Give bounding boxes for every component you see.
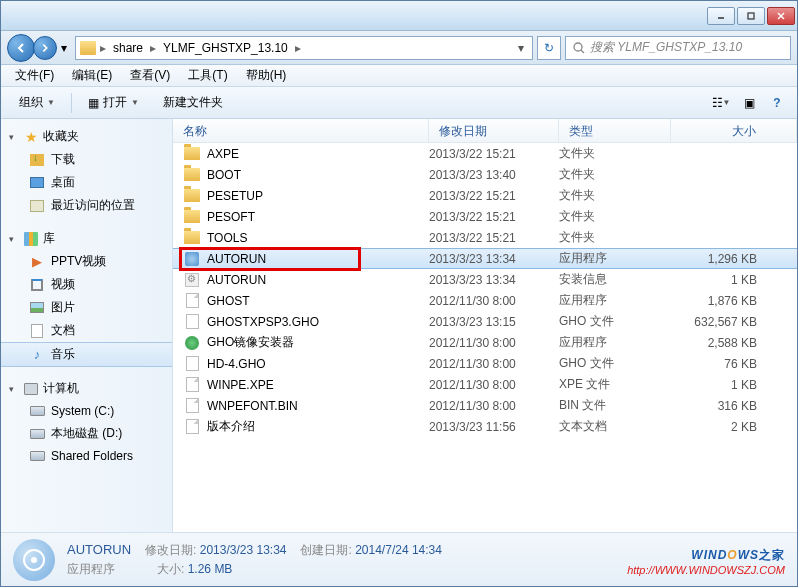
collapse-icon: ▾ xyxy=(9,132,19,142)
open-button[interactable]: ▦ 打开 ▼ xyxy=(78,90,149,115)
file-name: AUTORUN xyxy=(207,273,429,287)
file-list: 名称 修改日期 类型 大小 AXPE2013/3/22 15:21文件夹BOOT… xyxy=(173,119,797,532)
minimize-button[interactable] xyxy=(707,7,735,25)
file-date: 2013/3/22 15:21 xyxy=(429,147,559,161)
search-icon xyxy=(572,41,586,55)
sidebar-pictures[interactable]: 图片 xyxy=(1,296,172,319)
sidebar-videos[interactable]: 视频 xyxy=(1,273,172,296)
file-type: GHO 文件 xyxy=(559,313,671,330)
file-date: 2013/3/23 13:40 xyxy=(429,168,559,182)
details-pane: AUTORUN 修改日期: 2013/3/23 13:34 创建日期: 2014… xyxy=(1,532,797,586)
favorites-header[interactable]: ▾ ★ 收藏夹 xyxy=(1,125,172,148)
help-button[interactable]: ? xyxy=(765,91,789,115)
collapse-icon: ▾ xyxy=(9,384,19,394)
file-row[interactable]: WNPEFONT.BIN2012/11/30 8:00BIN 文件316 KB xyxy=(173,395,797,416)
address-dropdown[interactable]: ▾ xyxy=(514,41,528,55)
file-type: 应用程序 xyxy=(559,250,671,267)
column-size[interactable]: 大小 xyxy=(671,119,797,142)
search-box[interactable]: 搜索 YLMF_GHSTXP_13.10 xyxy=(565,36,791,60)
sidebar-documents[interactable]: 文档 xyxy=(1,319,172,342)
file-type: 文本文档 xyxy=(559,418,671,435)
maximize-button[interactable] xyxy=(737,7,765,25)
file-row[interactable]: AUTORUN2013/3/23 13:34应用程序1,296 KB xyxy=(173,248,797,269)
file-row[interactable]: PESOFT2013/3/22 15:21文件夹 xyxy=(173,206,797,227)
menu-file[interactable]: 文件(F) xyxy=(7,64,62,87)
file-icon xyxy=(183,335,201,351)
file-icon xyxy=(183,230,201,246)
column-type[interactable]: 类型 xyxy=(559,119,671,142)
new-folder-button[interactable]: 新建文件夹 xyxy=(153,90,233,115)
file-size: 2 KB xyxy=(671,420,797,434)
file-icon xyxy=(183,419,201,435)
details-text: AUTORUN 修改日期: 2013/3/23 13:34 创建日期: 2014… xyxy=(67,542,442,578)
sidebar-desktop[interactable]: 桌面 xyxy=(1,171,172,194)
sidebar-recent[interactable]: 最近访问的位置 xyxy=(1,194,172,217)
file-row[interactable]: GHOST2012/11/30 8:00应用程序1,876 KB xyxy=(173,290,797,311)
drive-icon xyxy=(30,451,45,461)
file-type: 文件夹 xyxy=(559,145,671,162)
file-name: GHOST xyxy=(207,294,429,308)
libraries-header[interactable]: ▾ 库 xyxy=(1,227,172,250)
breadcrumb-current[interactable]: YLMF_GHSTXP_13.10 xyxy=(160,39,291,57)
file-name: BOOT xyxy=(207,168,429,182)
file-row[interactable]: GHO镜像安装器2012/11/30 8:00应用程序2,588 KB xyxy=(173,332,797,353)
svg-point-4 xyxy=(574,43,582,51)
drive-icon xyxy=(30,429,45,439)
refresh-button[interactable]: ↻ xyxy=(537,36,561,60)
view-options-button[interactable]: ☷ ▼ xyxy=(709,91,733,115)
back-button[interactable] xyxy=(7,34,35,62)
file-row[interactable]: WINPE.XPE2012/11/30 8:00XPE 文件1 KB xyxy=(173,374,797,395)
file-row[interactable]: 版本介绍2013/3/23 11:56文本文档2 KB xyxy=(173,416,797,437)
column-name[interactable]: 名称 xyxy=(173,119,429,142)
file-row[interactable]: GHOSTXPSP3.GHO2013/3/23 13:15GHO 文件632,5… xyxy=(173,311,797,332)
svg-point-7 xyxy=(31,557,37,563)
sidebar-shared-folders[interactable]: Shared Folders xyxy=(1,445,172,467)
file-rows: AXPE2013/3/22 15:21文件夹BOOT2013/3/23 13:4… xyxy=(173,143,797,532)
column-date[interactable]: 修改日期 xyxy=(429,119,559,142)
sidebar-drive-d[interactable]: 本地磁盘 (D:) xyxy=(1,422,172,445)
forward-button[interactable] xyxy=(33,36,57,60)
file-row[interactable]: HD-4.GHO2012/11/30 8:00GHO 文件76 KB xyxy=(173,353,797,374)
file-type: GHO 文件 xyxy=(559,355,671,372)
menu-help[interactable]: 帮助(H) xyxy=(238,64,295,87)
recent-icon xyxy=(30,200,44,212)
file-name: GHO镜像安装器 xyxy=(207,334,429,351)
file-row[interactable]: AUTORUN2013/3/23 13:34安装信息1 KB xyxy=(173,269,797,290)
file-date: 2012/11/30 8:00 xyxy=(429,399,559,413)
file-row[interactable]: BOOT2013/3/23 13:40文件夹 xyxy=(173,164,797,185)
file-type: 文件夹 xyxy=(559,166,671,183)
computer-header[interactable]: ▾ 计算机 xyxy=(1,377,172,400)
sidebar-downloads[interactable]: 下载 xyxy=(1,148,172,171)
file-row[interactable]: TOOLS2013/3/22 15:21文件夹 xyxy=(173,227,797,248)
close-button[interactable] xyxy=(767,7,795,25)
file-icon xyxy=(183,377,201,393)
organize-button[interactable]: 组织 ▼ xyxy=(9,90,65,115)
menu-edit[interactable]: 编辑(E) xyxy=(64,64,120,87)
file-date: 2012/11/30 8:00 xyxy=(429,294,559,308)
favorites-group: ▾ ★ 收藏夹 下载 桌面 最近访问的位置 xyxy=(1,125,172,217)
sidebar-music[interactable]: ♪音乐 xyxy=(1,342,172,367)
nav-history-dropdown[interactable]: ▾ xyxy=(57,36,71,60)
file-type: 应用程序 xyxy=(559,334,671,351)
file-row[interactable]: PESETUP2013/3/22 15:21文件夹 xyxy=(173,185,797,206)
preview-pane-button[interactable]: ▣ xyxy=(737,91,761,115)
file-name: 版本介绍 xyxy=(207,418,429,435)
toolbar-right: ☷ ▼ ▣ ? xyxy=(709,91,789,115)
file-icon xyxy=(183,188,201,204)
address-row: ▾ ▸ share ▸ YLMF_GHSTXP_13.10 ▸ ▾ ↻ 搜索 Y… xyxy=(1,31,797,65)
sidebar-drive-c[interactable]: System (C:) xyxy=(1,400,172,422)
file-icon xyxy=(183,293,201,309)
file-size: 1 KB xyxy=(671,378,797,392)
menu-view[interactable]: 查看(V) xyxy=(122,64,178,87)
details-type: 应用程序 xyxy=(67,561,115,578)
address-bar[interactable]: ▸ share ▸ YLMF_GHSTXP_13.10 ▸ ▾ xyxy=(75,36,533,60)
file-name: HD-4.GHO xyxy=(207,357,429,371)
breadcrumb-share[interactable]: share xyxy=(110,39,146,57)
library-icon xyxy=(24,232,38,246)
file-row[interactable]: AXPE2013/3/22 15:21文件夹 xyxy=(173,143,797,164)
menu-tools[interactable]: 工具(T) xyxy=(180,64,235,87)
file-icon xyxy=(183,146,201,162)
file-size: 316 KB xyxy=(671,399,797,413)
file-size: 1,296 KB xyxy=(671,252,797,266)
sidebar-pptv[interactable]: ▶PPTV视频 xyxy=(1,250,172,273)
